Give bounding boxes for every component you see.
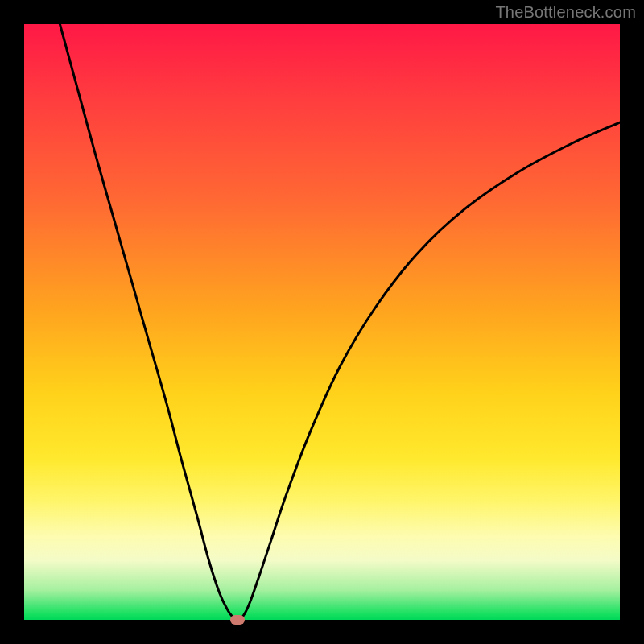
optimum-marker: [230, 615, 245, 625]
plot-area: [24, 24, 620, 620]
bottleneck-curve: [60, 24, 620, 620]
chart-frame: TheBottleneck.com: [0, 0, 644, 644]
watermark-text: TheBottleneck.com: [495, 3, 636, 22]
curve-svg: [24, 24, 620, 620]
